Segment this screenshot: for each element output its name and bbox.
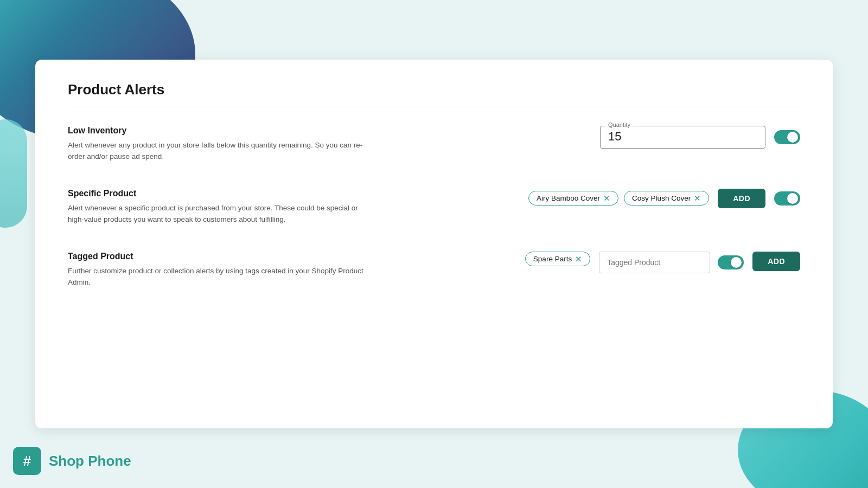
tagged-product-controls: Spare Parts ✕ ADD xyxy=(382,252,800,273)
tagged-product-input-wrap xyxy=(599,252,710,273)
page-title: Product Alerts xyxy=(68,81,800,98)
quantity-field: Quantity xyxy=(600,126,765,149)
quantity-input[interactable] xyxy=(608,130,757,144)
tagged-product-input-row xyxy=(599,252,744,273)
tagged-product-input[interactable] xyxy=(607,258,702,267)
brand-name: Shop Phone xyxy=(49,453,131,470)
tagged-product-add-button[interactable]: ADD xyxy=(752,252,800,271)
tag-spare-parts: Spare Parts ✕ xyxy=(525,252,590,266)
specific-product-controls: Airy Bamboo Cover ✕ Cosy Plush Cover ✕ A… xyxy=(382,189,800,208)
tag-airy-bamboo-remove[interactable]: ✕ xyxy=(603,194,610,202)
tagged-product-toggle-slider xyxy=(718,255,744,269)
brand-icon: # xyxy=(13,447,41,475)
low-inventory-toggle[interactable] xyxy=(774,130,800,144)
main-card: Product Alerts Low Inventory Alert whene… xyxy=(35,60,833,428)
low-inventory-section: Low Inventory Alert whenever any product… xyxy=(68,126,800,163)
tagged-product-info: Tagged Product Further customize product… xyxy=(68,252,372,288)
tag-airy-bamboo: Airy Bamboo Cover ✕ xyxy=(528,191,618,206)
branding: # Shop Phone xyxy=(13,447,131,475)
tag-spare-parts-label: Spare Parts xyxy=(533,255,572,263)
tag-airy-bamboo-label: Airy Bamboo Cover xyxy=(537,194,600,202)
specific-product-tags: Airy Bamboo Cover ✕ Cosy Plush Cover ✕ xyxy=(528,191,709,206)
low-inventory-info: Low Inventory Alert whenever any product… xyxy=(68,126,372,163)
specific-product-title: Specific Product xyxy=(68,189,372,198)
tagged-product-desc: Further customize product or collection … xyxy=(68,266,372,288)
tagged-product-title: Tagged Product xyxy=(68,252,372,261)
low-inventory-title: Low Inventory xyxy=(68,126,372,136)
specific-product-toggle-slider xyxy=(774,191,800,206)
low-inventory-toggle-slider xyxy=(774,130,800,144)
specific-product-info: Specific Product Alert whenever a specif… xyxy=(68,189,372,226)
tagged-product-tags-row: Spare Parts ✕ xyxy=(525,252,590,266)
title-divider xyxy=(68,106,800,106)
specific-product-add-button[interactable]: ADD xyxy=(718,189,765,208)
tag-spare-parts-remove[interactable]: ✕ xyxy=(575,255,582,263)
specific-product-section: Specific Product Alert whenever a specif… xyxy=(68,189,800,226)
low-inventory-controls: Quantity xyxy=(382,126,800,149)
tag-cosy-plush: Cosy Plush Cover ✕ xyxy=(624,191,709,206)
low-inventory-desc: Alert whenever any product in your store… xyxy=(68,140,372,163)
tagged-product-toggle[interactable] xyxy=(718,255,744,269)
tag-cosy-plush-remove[interactable]: ✕ xyxy=(694,194,701,202)
quantity-label: Quantity xyxy=(606,121,633,128)
bg-decoration-left-mid xyxy=(0,119,27,228)
tagged-product-section: Tagged Product Further customize product… xyxy=(68,252,800,288)
specific-product-desc: Alert whenever a specific product is pur… xyxy=(68,203,372,226)
tag-cosy-plush-label: Cosy Plush Cover xyxy=(632,194,691,202)
specific-product-toggle[interactable] xyxy=(774,191,800,206)
